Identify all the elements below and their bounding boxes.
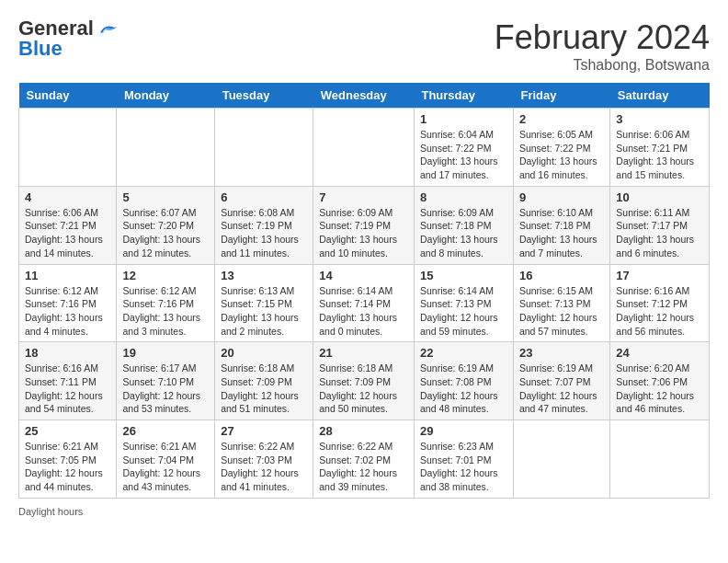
week-row-2: 4Sunrise: 6:06 AMSunset: 7:21 PMDaylight… [19,186,710,264]
header: General Blue February 2024 Tshabong, Bot… [18,18,710,74]
calendar-cell: 14Sunrise: 6:14 AMSunset: 7:14 PMDayligh… [313,264,415,342]
calendar-cell: 13Sunrise: 6:13 AMSunset: 7:15 PMDayligh… [215,264,313,342]
calendar-cell: 12Sunrise: 6:12 AMSunset: 7:16 PMDayligh… [117,264,215,342]
day-number: 16 [519,269,604,282]
calendar-cell: 21Sunrise: 6:18 AMSunset: 7:09 PMDayligh… [313,342,415,420]
day-info: Sunrise: 6:12 AMSunset: 7:16 PMDaylight:… [122,284,209,339]
day-number: 24 [616,346,703,360]
day-header-monday: Monday [117,83,215,109]
calendar-cell: 4Sunrise: 6:06 AMSunset: 7:21 PMDaylight… [19,186,117,264]
calendar-cell [19,109,117,187]
calendar-cell [215,109,313,187]
day-info: Sunrise: 6:18 AMSunset: 7:09 PMDaylight:… [319,362,408,416]
day-info: Sunrise: 6:20 AMSunset: 7:06 PMDaylight:… [616,362,703,416]
calendar-cell: 5Sunrise: 6:07 AMSunset: 7:20 PMDaylight… [117,186,215,264]
day-info: Sunrise: 6:17 AMSunset: 7:10 PMDaylight:… [122,362,209,416]
location-title: Tshabong, Botswana [495,57,710,74]
day-info: Sunrise: 6:05 AMSunset: 7:22 PMDaylight:… [519,128,604,182]
day-number: 5 [122,190,209,204]
logo-bird-icon [96,20,121,37]
logo: General Blue [18,18,121,59]
calendar-cell: 25Sunrise: 6:21 AMSunset: 7:05 PMDayligh… [19,420,117,499]
day-info: Sunrise: 6:21 AMSunset: 7:05 PMDaylight:… [25,440,110,494]
calendar-cell: 20Sunrise: 6:18 AMSunset: 7:09 PMDayligh… [215,342,313,420]
day-info: Sunrise: 6:23 AMSunset: 7:01 PMDaylight:… [420,440,507,494]
calendar-cell: 3Sunrise: 6:06 AMSunset: 7:21 PMDaylight… [610,109,710,187]
day-number: 4 [25,190,110,204]
day-number: 19 [122,346,209,360]
calendar-cell: 28Sunrise: 6:22 AMSunset: 7:02 PMDayligh… [313,420,415,499]
day-header-friday: Friday [513,83,609,109]
month-title: February 2024 [495,18,710,57]
week-row-5: 25Sunrise: 6:21 AMSunset: 7:05 PMDayligh… [19,420,710,499]
day-info: Sunrise: 6:07 AMSunset: 7:20 PMDaylight:… [122,206,209,260]
calendar-cell: 15Sunrise: 6:14 AMSunset: 7:13 PMDayligh… [414,264,513,342]
day-info: Sunrise: 6:16 AMSunset: 7:11 PMDaylight:… [25,362,110,416]
day-number: 29 [420,424,507,438]
calendar-cell: 19Sunrise: 6:17 AMSunset: 7:10 PMDayligh… [117,342,215,420]
day-number: 21 [319,346,408,360]
day-info: Sunrise: 6:18 AMSunset: 7:09 PMDaylight:… [221,362,307,416]
day-info: Sunrise: 6:08 AMSunset: 7:19 PMDaylight:… [221,206,307,260]
day-number: 18 [25,346,110,360]
day-info: Sunrise: 6:19 AMSunset: 7:08 PMDaylight:… [420,362,507,416]
day-number: 23 [519,346,604,360]
day-number: 11 [25,269,110,282]
calendar-table: SundayMondayTuesdayWednesdayThursdayFrid… [18,83,710,499]
calendar-cell: 27Sunrise: 6:22 AMSunset: 7:03 PMDayligh… [215,420,313,499]
calendar-cell: 16Sunrise: 6:15 AMSunset: 7:13 PMDayligh… [513,264,609,342]
day-info: Sunrise: 6:06 AMSunset: 7:21 PMDaylight:… [616,128,703,182]
day-info: Sunrise: 6:14 AMSunset: 7:13 PMDaylight:… [420,284,507,339]
day-info: Sunrise: 6:21 AMSunset: 7:04 PMDaylight:… [122,440,209,494]
day-number: 3 [616,112,703,126]
day-number: 1 [420,112,507,126]
week-row-1: 1Sunrise: 6:04 AMSunset: 7:22 PMDaylight… [19,109,710,187]
week-row-4: 18Sunrise: 6:16 AMSunset: 7:11 PMDayligh… [19,342,710,420]
calendar-cell: 24Sunrise: 6:20 AMSunset: 7:06 PMDayligh… [610,342,710,420]
day-header-thursday: Thursday [414,83,513,109]
calendar-cell: 1Sunrise: 6:04 AMSunset: 7:22 PMDaylight… [414,109,513,187]
calendar-cell [313,109,415,187]
calendar-cell: 10Sunrise: 6:11 AMSunset: 7:17 PMDayligh… [610,186,710,264]
day-number: 14 [319,269,408,282]
day-info: Sunrise: 6:19 AMSunset: 7:07 PMDaylight:… [519,362,604,416]
day-info: Sunrise: 6:16 AMSunset: 7:12 PMDaylight:… [616,284,703,339]
day-number: 9 [519,190,604,204]
calendar-cell: 23Sunrise: 6:19 AMSunset: 7:07 PMDayligh… [513,342,609,420]
title-section: February 2024 Tshabong, Botswana [495,18,710,74]
day-info: Sunrise: 6:10 AMSunset: 7:18 PMDaylight:… [519,206,604,260]
day-info: Sunrise: 6:04 AMSunset: 7:22 PMDaylight:… [420,128,507,182]
day-number: 8 [420,190,507,204]
day-number: 10 [616,190,703,204]
calendar-cell: 26Sunrise: 6:21 AMSunset: 7:04 PMDayligh… [117,420,215,499]
calendar-cell: 2Sunrise: 6:05 AMSunset: 7:22 PMDaylight… [513,109,609,187]
day-info: Sunrise: 6:06 AMSunset: 7:21 PMDaylight:… [25,206,110,260]
day-info: Sunrise: 6:13 AMSunset: 7:15 PMDaylight:… [221,284,307,339]
calendar-cell: 17Sunrise: 6:16 AMSunset: 7:12 PMDayligh… [610,264,710,342]
day-number: 15 [420,269,507,282]
day-number: 12 [122,269,209,282]
calendar-cell: 6Sunrise: 6:08 AMSunset: 7:19 PMDaylight… [215,186,313,264]
header-row: SundayMondayTuesdayWednesdayThursdayFrid… [19,83,710,109]
day-info: Sunrise: 6:12 AMSunset: 7:16 PMDaylight:… [25,284,110,339]
day-number: 2 [519,112,604,126]
day-info: Sunrise: 6:09 AMSunset: 7:19 PMDaylight:… [319,206,408,260]
day-info: Sunrise: 6:14 AMSunset: 7:14 PMDaylight:… [319,284,408,339]
day-number: 28 [319,424,408,438]
logo-blue-text: Blue [18,39,63,59]
day-info: Sunrise: 6:22 AMSunset: 7:02 PMDaylight:… [319,440,408,494]
day-info: Sunrise: 6:09 AMSunset: 7:18 PMDaylight:… [420,206,507,260]
day-header-wednesday: Wednesday [313,83,415,109]
day-number: 22 [420,346,507,360]
calendar-cell: 29Sunrise: 6:23 AMSunset: 7:01 PMDayligh… [414,420,513,499]
day-number: 7 [319,190,408,204]
day-header-tuesday: Tuesday [215,83,313,109]
day-info: Sunrise: 6:15 AMSunset: 7:13 PMDaylight:… [519,284,604,339]
day-number: 27 [221,424,307,438]
calendar-cell: 18Sunrise: 6:16 AMSunset: 7:11 PMDayligh… [19,342,117,420]
calendar-cell [610,420,710,499]
calendar-cell: 8Sunrise: 6:09 AMSunset: 7:18 PMDaylight… [414,186,513,264]
calendar-cell [513,420,609,499]
calendar-cell: 9Sunrise: 6:10 AMSunset: 7:18 PMDaylight… [513,186,609,264]
page-container: General Blue February 2024 Tshabong, Bot… [18,18,710,517]
